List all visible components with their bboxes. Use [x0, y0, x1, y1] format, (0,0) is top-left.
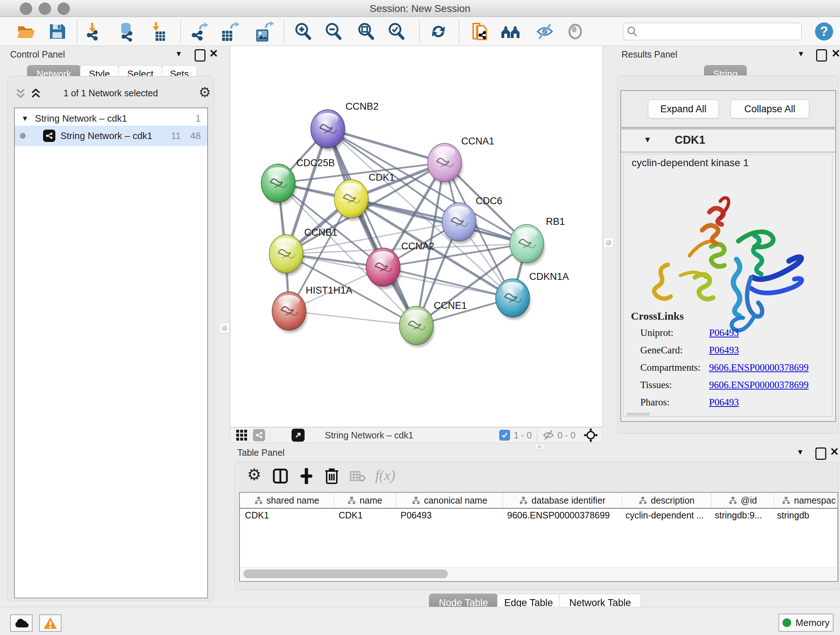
table-panel-float-menu-icon[interactable]: ▾ [798, 447, 802, 457]
network-node-CCNA1[interactable]: CCNA1 [428, 136, 494, 184]
collection-expand-icon[interactable]: ▼ [21, 114, 28, 123]
network-node-CCNE1[interactable]: CCNE1 [399, 300, 467, 347]
zoom-in-icon[interactable] [292, 21, 314, 42]
node-label-CCNA2: CCNA2 [401, 241, 434, 252]
share-view-icon[interactable] [253, 429, 265, 441]
column-header-namespac[interactable]: namespac [774, 493, 840, 508]
export-network-icon[interactable] [189, 21, 210, 42]
current-network-dot-icon [20, 133, 26, 139]
show-columns-icon[interactable] [272, 468, 288, 484]
table-cell[interactable]: CDK1 [333, 509, 395, 523]
crosslink-row: Compartments:9606.ENSP00000378699 [640, 362, 829, 373]
grid-view-icon[interactable] [235, 429, 248, 441]
table-hscrollbar-thumb[interactable] [243, 570, 448, 578]
zoom-selected-icon[interactable] [386, 21, 407, 42]
column-header-description[interactable]: description [622, 493, 712, 508]
column-header--id[interactable]: @id [712, 493, 774, 508]
node-label-HIST1H1A: HIST1H1A [306, 285, 352, 296]
refresh-icon[interactable] [428, 21, 449, 42]
import-table-icon[interactable] [148, 21, 169, 42]
crosslink-label: Compartments: [640, 362, 709, 373]
crosslink-link[interactable]: P06493 [709, 397, 739, 408]
table-cell[interactable]: P06493 [395, 509, 502, 523]
network-row[interactable]: String Network – cdk1 11 48 [15, 126, 207, 146]
network-graph[interactable]: CCNB2CCNA1CDC25BCDK1CDC6RB1CCNB1CCNA2CDK… [231, 46, 602, 427]
network-node-CCNB2[interactable]: CCNB2 [311, 101, 379, 150]
network-node-CCNB1[interactable]: CCNB1 [269, 227, 338, 276]
clone-network-icon[interactable] [469, 21, 491, 42]
table-panel-close-icon[interactable]: ✕ [830, 445, 839, 458]
control-panel-float-icon[interactable] [195, 49, 205, 62]
table-panel-float-icon[interactable] [815, 448, 826, 460]
network-row-label: String Network – cdk1 [60, 130, 152, 141]
results-panel-float-icon[interactable] [816, 49, 827, 62]
show-all-icon[interactable] [564, 21, 586, 42]
birdseye-view-icon[interactable] [584, 428, 598, 442]
control-panel-close-icon[interactable]: ✕ [209, 47, 218, 60]
table-body: CDK1CDK1P064939606.ENSP00000378699cyclin… [240, 509, 837, 523]
warnings-button[interactable] [39, 614, 62, 632]
add-column-icon[interactable] [298, 468, 314, 484]
toolbar-separator [180, 20, 181, 42]
memory-button[interactable]: Memory [778, 614, 834, 632]
crosslinks-list: Uniprot:P06493GeneCard:P06493Compartment… [640, 327, 829, 414]
selected-counts: 1 - 0 [514, 430, 532, 440]
table-cell[interactable]: CDK1 [240, 509, 333, 523]
collapse-entry-icon[interactable]: ▼ [644, 135, 652, 144]
selected-checkbox-icon[interactable] [499, 430, 510, 440]
save-session-icon[interactable] [46, 21, 68, 42]
right-splitter-handle[interactable] [603, 238, 614, 248]
control-panel-float-menu-icon[interactable]: ▾ [177, 49, 181, 59]
open-session-icon[interactable] [15, 21, 37, 42]
crosslink-link[interactable]: P06493 [709, 345, 739, 356]
network-options-gear-icon[interactable]: ⚙ [199, 84, 211, 100]
network-node-count: 11 [171, 130, 181, 141]
cloud-button[interactable] [10, 614, 33, 632]
table-cell[interactable]: stringdb [772, 509, 840, 523]
hide-selected-icon[interactable] [534, 21, 556, 42]
results-scrollbar-thumb[interactable] [627, 413, 650, 416]
table-hscrollbar[interactable] [240, 567, 836, 580]
export-image-icon[interactable] [253, 21, 275, 42]
home-layout-icon[interactable] [500, 21, 522, 42]
control-panel-title: Control Panel [10, 49, 65, 60]
help-icon[interactable]: ? [813, 21, 835, 42]
network-node-CDC6[interactable]: CDC6 [442, 195, 502, 244]
zoom-out-icon[interactable] [323, 21, 344, 42]
delete-column-icon[interactable] [325, 467, 339, 485]
table-panel-title: Table Panel [237, 448, 285, 458]
crosslink-link[interactable]: 9606.ENSP00000378699 [709, 379, 808, 391]
column-header-database-identifier[interactable]: database identifier [503, 493, 622, 508]
import-network-from-database-icon[interactable] [116, 21, 137, 42]
expand-all-button[interactable]: Expand All [648, 100, 719, 119]
collapse-all-button[interactable]: Collapse All [730, 100, 809, 119]
export-table-icon[interactable] [218, 21, 240, 42]
node-result-card: ▼ CDK1 cyclin-dependent kinase 1 [621, 128, 836, 422]
table-gear-icon[interactable]: ⚙ [247, 465, 261, 484]
warning-icon [43, 616, 57, 630]
table-cell[interactable]: cyclin-dependent ... [621, 509, 710, 523]
crosslink-row: Uniprot:P06493 [640, 327, 829, 339]
network-collection-row[interactable]: ▼ String Network – cdk1 1 [15, 111, 207, 126]
table-cell[interactable]: stringdb:9... [710, 509, 772, 523]
network-canvas[interactable]: CCNB2CCNA1CDC25BCDK1CDC6RB1CCNB1CCNA2CDK… [230, 46, 603, 427]
table-row[interactable]: CDK1CDK1P064939606.ENSP00000378699cyclin… [240, 509, 837, 523]
network-node-RB1[interactable]: RB1 [510, 216, 565, 265]
import-network-icon[interactable] [84, 21, 106, 42]
node-result-header[interactable]: ▼ CDK1 [621, 129, 835, 152]
detach-view-icon[interactable] [292, 429, 305, 442]
column-header-canonical-name[interactable]: canonical name [396, 493, 503, 508]
network-node-HIST1H1A[interactable]: HIST1H1A [272, 285, 352, 333]
results-panel-float-menu-icon[interactable]: ▾ [799, 49, 803, 59]
table-cell[interactable]: 9606.ENSP00000378699 [502, 509, 621, 523]
column-header-name[interactable]: name [334, 493, 396, 508]
network-node-CDKN1A[interactable]: CDKN1A [496, 271, 569, 320]
left-splitter-handle[interactable] [219, 323, 229, 333]
results-panel-close-icon[interactable]: ✕ [831, 47, 840, 60]
zoom-fit-icon[interactable] [355, 21, 377, 42]
search-input[interactable] [641, 26, 801, 37]
column-header-shared-name[interactable]: shared name [240, 493, 334, 508]
collection-count: 1 [196, 113, 201, 124]
crosslink-link[interactable]: 9606.ENSP00000378699 [709, 362, 808, 373]
crosslink-link[interactable]: P06493 [709, 327, 739, 339]
